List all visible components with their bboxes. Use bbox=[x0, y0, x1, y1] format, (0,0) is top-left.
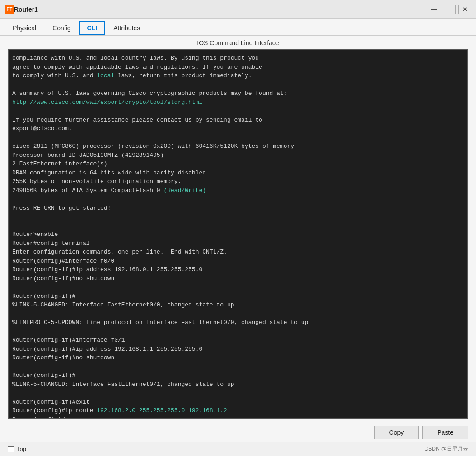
tab-cli[interactable]: CLI bbox=[79, 21, 105, 35]
terminal-line bbox=[12, 195, 464, 204]
terminal-line: Router(config-if)#interface f0/1 bbox=[12, 336, 464, 345]
terminal-line bbox=[12, 283, 464, 292]
terminal-line: 249856K bytes of ATA System CompactFlash… bbox=[12, 186, 464, 195]
terminal-line: export@cisco.com. bbox=[12, 124, 464, 133]
paste-button[interactable]: Paste bbox=[422, 426, 468, 439]
terminal-line: http://www.cisco.com/wwl/export/crypto/t… bbox=[12, 98, 464, 107]
terminal-line: to comply with U.S. and local laws, retu… bbox=[12, 71, 464, 80]
terminal-line: Router>enable bbox=[12, 230, 464, 239]
status-bar: Top CSDN @日星月云 bbox=[0, 442, 476, 456]
terminal-line: compliance with U.S. and local country l… bbox=[12, 54, 464, 63]
terminal-line: Press RETURN to get started! bbox=[12, 204, 464, 213]
status-left: Top bbox=[8, 446, 26, 452]
terminal-line: Router(config-if)#no shutdown bbox=[12, 353, 464, 362]
terminal-line: 255K bytes of non-volatile configuration… bbox=[12, 177, 464, 186]
maximize-button[interactable]: □ bbox=[443, 5, 456, 14]
terminal-line bbox=[12, 133, 464, 142]
bottom-bar: Copy Paste bbox=[0, 423, 476, 442]
app-icon-text: PT bbox=[7, 7, 13, 12]
terminal-line: %LINEPROTO-5-UPDOWN: Line protocol on In… bbox=[12, 318, 464, 327]
terminal-line: Router(config)#a bbox=[12, 415, 464, 419]
tab-config[interactable]: Config bbox=[45, 21, 78, 35]
top-label: Top bbox=[17, 446, 26, 452]
terminal-line bbox=[12, 221, 464, 230]
terminal-line: Router(config-if)#ip address 192.168.1.1… bbox=[12, 345, 464, 354]
terminal-output[interactable]: compliance with U.S. and local country l… bbox=[9, 50, 467, 418]
terminal-line bbox=[12, 212, 464, 221]
terminal-line: Router(config-if)#exit bbox=[12, 398, 464, 407]
terminal-line: Processor board ID JAD05190MTZ (42928914… bbox=[12, 151, 464, 160]
title-bar: PT Router1 — □ ✕ bbox=[0, 0, 476, 19]
app-icon: PT bbox=[5, 5, 14, 14]
terminal-line: If you require further assistance please… bbox=[12, 116, 464, 125]
section-title: IOS Command Line Interface bbox=[0, 36, 476, 49]
window-controls: — □ ✕ bbox=[428, 5, 471, 14]
terminal-line: %LINK-5-CHANGED: Interface FastEthernet0… bbox=[12, 301, 464, 310]
terminal-line: Enter configuration commands, one per li… bbox=[12, 248, 464, 257]
terminal-line bbox=[12, 389, 464, 398]
terminal-line: Router(config)#interface f0/0 bbox=[12, 257, 464, 266]
terminal-line bbox=[12, 327, 464, 336]
terminal-line: A summary of U.S. laws governing Cisco c… bbox=[12, 89, 464, 98]
window-title: Router1 bbox=[14, 6, 428, 13]
terminal-line: Router(config-if)# bbox=[12, 292, 464, 301]
tab-bar: Physical Config CLI Attributes bbox=[0, 19, 476, 36]
tab-attributes[interactable]: Attributes bbox=[106, 21, 148, 35]
close-button[interactable]: ✕ bbox=[458, 5, 471, 14]
copy-button[interactable]: Copy bbox=[374, 426, 419, 439]
terminal-line bbox=[12, 362, 464, 371]
tab-physical[interactable]: Physical bbox=[5, 21, 44, 35]
watermark: CSDN @日星月云 bbox=[424, 445, 468, 453]
terminal-line: Router(config-if)#ip address 192.168.0.1… bbox=[12, 265, 464, 274]
minimize-button[interactable]: — bbox=[428, 5, 440, 14]
terminal-line bbox=[12, 310, 464, 319]
terminal-line: %LINK-5-CHANGED: Interface FastEthernet0… bbox=[12, 380, 464, 389]
terminal-line: agree to comply with applicable laws and… bbox=[12, 63, 464, 72]
main-window: PT Router1 — □ ✕ Physical Config CLI Att… bbox=[0, 0, 476, 456]
terminal-line: DRAM configuration is 64 bits wide with … bbox=[12, 169, 464, 178]
terminal-line: Router#config terminal bbox=[12, 239, 464, 248]
terminal-line: Router(config)#ip route 192.168.2.0 255.… bbox=[12, 406, 464, 415]
terminal-line: Router(config-if)#no shutdown bbox=[12, 274, 464, 283]
top-checkbox[interactable] bbox=[8, 446, 14, 452]
terminal-line: Router(config-if)# bbox=[12, 371, 464, 380]
terminal-container: compliance with U.S. and local country l… bbox=[8, 49, 468, 419]
terminal-line bbox=[12, 80, 464, 89]
terminal-line bbox=[12, 107, 464, 116]
terminal-line: 2 FastEthernet interface(s) bbox=[12, 160, 464, 169]
terminal-line: cisco 2811 (MPC860) processor (revision … bbox=[12, 142, 464, 151]
